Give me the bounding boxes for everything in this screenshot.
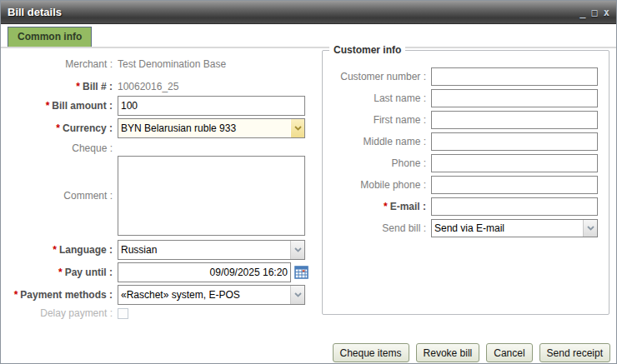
payment-methods-label: Payment methods: [20, 289, 106, 301]
chevron-down-icon[interactable]: [290, 241, 304, 259]
send-bill-row: Send bill : Send via E-mail: [323, 219, 599, 237]
payment-methods-row: *Payment methods : «Raschet» system, E-P…: [1, 285, 318, 305]
customer-number-label: Customer number: [340, 71, 420, 82]
customer-info-fieldset: Customer info Customer number : Last nam…: [322, 50, 609, 315]
cheque-row: Cheque :: [1, 141, 318, 156]
minimize-icon[interactable]: _: [579, 7, 585, 17]
payment-methods-selected-value: «Raschet» system, E-POS: [118, 286, 290, 304]
merchant-value: Test Denomination Base: [118, 58, 226, 70]
cheque-items-button[interactable]: Cheque items: [333, 343, 409, 362]
send-bill-select[interactable]: Send via E-mail: [431, 219, 598, 237]
phone-row: Phone :: [323, 154, 599, 172]
send-bill-label: Send bill: [382, 222, 420, 234]
send-bill-selected-value: Send via E-mail: [432, 220, 583, 237]
required-asterisk: *: [58, 267, 63, 278]
tab-strip: Common info: [1, 24, 616, 48]
bill-amount-row: *Bill amount :: [1, 96, 318, 116]
dialog-title: Bill details: [8, 6, 62, 18]
close-icon[interactable]: x: [604, 7, 609, 17]
middle-name-label: Middle name: [364, 136, 421, 147]
delay-payment-label: Delay payment: [40, 307, 107, 319]
last-name-row: Last name :: [323, 89, 599, 107]
delay-payment-row: Delay payment :: [1, 307, 318, 319]
required-asterisk: *: [46, 100, 50, 112]
required-asterisk: *: [53, 244, 57, 256]
send-receipt-button[interactable]: Send receipt: [539, 343, 610, 362]
bill-number-row: *Bill # : 10062016_25: [1, 77, 318, 96]
first-name-label: First name: [374, 114, 421, 126]
dialog-content: Merchant : Test Denomination Base *Bill …: [1, 48, 616, 363]
currency-label: Currency: [63, 122, 107, 134]
currency-select[interactable]: BYN Belarusian ruble 933: [118, 118, 305, 138]
cancel-button[interactable]: Cancel: [486, 343, 532, 362]
last-name-input[interactable]: [431, 89, 598, 107]
currency-row: *Currency : BYN Belarusian ruble 933: [1, 118, 318, 138]
email-label: E-mail: [390, 201, 420, 212]
customer-number-input[interactable]: [431, 67, 598, 86]
last-name-label: Last name: [374, 92, 420, 104]
language-selected-value: Russian: [118, 241, 290, 259]
email-input[interactable]: [431, 197, 598, 216]
chevron-down-icon[interactable]: [290, 119, 304, 137]
mobile-phone-input[interactable]: [431, 176, 598, 194]
middle-name-input[interactable]: [431, 132, 598, 151]
customer-number-row: Customer number :: [323, 67, 599, 86]
required-asterisk: *: [56, 122, 60, 134]
email-row: *E-mail :: [323, 197, 599, 216]
required-asterisk: *: [76, 81, 80, 92]
bill-form: Merchant : Test Denomination Base *Bill …: [1, 55, 318, 319]
middle-name-row: Middle name :: [323, 132, 599, 151]
bill-details-dialog: Bill details _ □ x Common info Merchant …: [0, 0, 617, 364]
footer-button-bar: Cheque items Revoke bill Cancel Send rec…: [333, 343, 611, 362]
delay-payment-checkbox[interactable]: [118, 308, 128, 319]
language-select[interactable]: Russian: [118, 240, 305, 260]
payment-methods-select[interactable]: «Raschet» system, E-POS: [118, 285, 305, 305]
first-name-input[interactable]: [431, 111, 598, 129]
dialog-titlebar[interactable]: Bill details _ □ x: [1, 1, 616, 24]
bill-amount-input[interactable]: [118, 96, 305, 116]
customer-info-title: Customer info: [329, 44, 405, 56]
required-asterisk: *: [14, 289, 18, 301]
language-label: Language: [59, 244, 107, 256]
bill-number-label: Bill #: [83, 81, 107, 92]
chevron-down-icon[interactable]: [583, 220, 597, 237]
comment-label: Comment: [63, 190, 107, 202]
mobile-phone-label: Mobile phone: [360, 179, 420, 191]
bill-amount-label: Bill amount: [52, 100, 106, 112]
mobile-phone-row: Mobile phone :: [323, 176, 599, 194]
pay-until-label: Pay until: [65, 267, 107, 278]
language-row: *Language : Russian: [1, 240, 318, 260]
revoke-bill-button[interactable]: Revoke bill: [416, 343, 480, 362]
chevron-down-icon[interactable]: [290, 286, 304, 304]
phone-input[interactable]: [431, 154, 598, 172]
merchant-row: Merchant : Test Denomination Base: [1, 55, 318, 73]
required-asterisk: *: [384, 201, 388, 212]
maximize-icon[interactable]: □: [592, 7, 598, 17]
calendar-icon[interactable]: [293, 264, 309, 281]
currency-selected-value: BYN Belarusian ruble 933: [118, 119, 290, 137]
pay-until-row: *Pay until :: [1, 262, 318, 282]
phone-label: Phone: [392, 157, 421, 169]
tab-common-info[interactable]: Common info: [8, 27, 92, 47]
cheque-label: Cheque: [72, 142, 107, 154]
pay-until-input[interactable]: [118, 262, 291, 282]
merchant-label: Merchant: [65, 58, 107, 70]
bill-number-value: 10062016_25: [118, 81, 178, 92]
first-name-row: First name :: [323, 111, 599, 129]
comment-textarea[interactable]: [118, 156, 305, 236]
comment-row: Comment :: [1, 156, 318, 236]
